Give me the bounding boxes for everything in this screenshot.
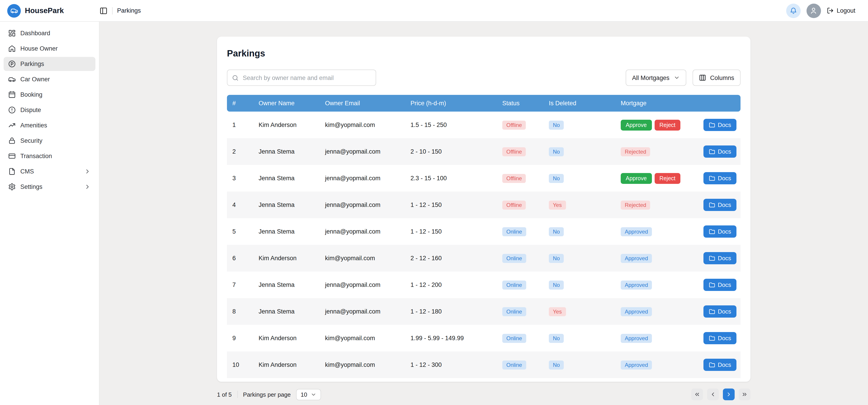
approve-button[interactable]: Approve bbox=[621, 120, 652, 130]
folder-icon bbox=[709, 122, 715, 128]
first-page-button[interactable] bbox=[691, 389, 703, 400]
docs-button[interactable]: Docs bbox=[703, 226, 737, 238]
cell-owner-name: Jenna Stema bbox=[253, 281, 320, 288]
status-badge: Online bbox=[502, 227, 526, 236]
sidebar-nav: DashboardHouse OwnerParkingsCar OwnerBoo… bbox=[0, 26, 99, 194]
status-badge-cell: Online bbox=[497, 360, 544, 369]
status-badge: Online bbox=[502, 360, 526, 369]
sidebar-item-parkings[interactable]: Parkings bbox=[4, 57, 95, 71]
cell-owner-email: jenna@yopmail.com bbox=[320, 148, 405, 155]
cell-number: 10 bbox=[227, 362, 253, 368]
reject-button[interactable]: Reject bbox=[654, 173, 680, 183]
docs-button[interactable]: Docs bbox=[703, 279, 737, 291]
docs-button[interactable]: Docs bbox=[703, 359, 737, 371]
user-icon bbox=[810, 7, 817, 14]
mortgage-cell: Approved bbox=[615, 280, 700, 289]
column-header: Mortgage bbox=[615, 100, 700, 107]
table-row: 10Kim Andersonkim@yopmail.com1 - 12 - 30… bbox=[227, 351, 741, 378]
cell-owner-email: jenna@yopmail.com bbox=[320, 228, 405, 235]
cell-owner-email: kim@yopmail.com bbox=[320, 335, 405, 341]
columns-button[interactable]: Columns bbox=[692, 70, 741, 86]
mortgage-cell: ApproveReject bbox=[615, 120, 700, 130]
cell-number: 7 bbox=[227, 281, 253, 288]
avatar[interactable] bbox=[806, 3, 821, 18]
sidebar-item-label: Security bbox=[20, 137, 91, 144]
docs-cell: Docs bbox=[700, 359, 741, 371]
table-row: 9Kim Andersonkim@yopmail.com1.99 - 5.99 … bbox=[227, 325, 741, 351]
cell-price: 1 - 12 - 150 bbox=[405, 228, 497, 235]
sidebar-item-security[interactable]: Security bbox=[4, 134, 95, 148]
docs-button[interactable]: Docs bbox=[703, 199, 737, 211]
docs-button[interactable]: Docs bbox=[703, 332, 737, 344]
sidebar-item-dispute[interactable]: Dispute bbox=[4, 103, 95, 117]
next-page-button[interactable] bbox=[723, 389, 735, 400]
status-badge-cell: Offline bbox=[497, 200, 544, 209]
sidebar-toggle-button[interactable] bbox=[99, 6, 107, 15]
cell-owner-email: jenna@yopmail.com bbox=[320, 281, 405, 288]
sidebar-item-settings[interactable]: Settings bbox=[4, 180, 95, 194]
mortgage-cell: Rejected bbox=[615, 200, 700, 209]
per-page-select[interactable]: 10 bbox=[296, 389, 321, 400]
chevron-left-icon bbox=[710, 391, 716, 398]
mortgage-status-badge: Approved bbox=[621, 280, 652, 289]
docs-button[interactable]: Docs bbox=[703, 305, 737, 317]
is-deleted-badge-cell: No bbox=[544, 121, 615, 129]
cell-owner-name: Jenna Stema bbox=[253, 201, 320, 208]
cell-owner-name: Jenna Stema bbox=[253, 308, 320, 315]
cell-price: 2 - 12 - 160 bbox=[405, 255, 497, 262]
mortgage-cell: Approved bbox=[615, 360, 700, 369]
docs-button[interactable]: Docs bbox=[703, 119, 737, 131]
sidebar-item-cms[interactable]: CMS bbox=[4, 164, 95, 178]
cell-owner-email: kim@yopmail.com bbox=[320, 122, 405, 128]
logout-button[interactable]: Logout bbox=[827, 7, 855, 14]
table-row: 6Kim Andersonkim@yopmail.com2 - 12 - 160… bbox=[227, 245, 741, 271]
sidebar-item-transaction[interactable]: Transaction bbox=[4, 149, 95, 163]
status-badge-cell: Online bbox=[497, 227, 544, 236]
mortgage-filter-select[interactable]: All Mortgages bbox=[626, 70, 686, 86]
table-row: 8Jenna Stemajenna@yopmail.com1 - 12 - 18… bbox=[227, 298, 741, 325]
docs-button[interactable]: Docs bbox=[703, 252, 737, 264]
docs-button[interactable]: Docs bbox=[703, 172, 737, 184]
column-header: Price (h-d-m) bbox=[405, 100, 497, 107]
table-row: 7Jenna Stemajenna@yopmail.com1 - 12 - 20… bbox=[227, 271, 741, 298]
folder-icon bbox=[709, 148, 715, 155]
cell-price: 2.3 - 15 - 100 bbox=[405, 175, 497, 181]
page-indicator: 1 of 5 bbox=[217, 391, 232, 398]
docs-button[interactable]: Docs bbox=[703, 145, 737, 158]
cell-number: 4 bbox=[227, 201, 253, 208]
mortgage-filter-value: All Mortgages bbox=[632, 74, 669, 81]
mortgage-status-badge: Approved bbox=[621, 334, 652, 343]
sidebar-item-car-owner[interactable]: Car Owner bbox=[4, 72, 95, 86]
previous-page-button[interactable] bbox=[707, 389, 719, 400]
sidebar-item-booking[interactable]: Booking bbox=[4, 88, 95, 102]
sidebar-item-amenities[interactable]: Amenities bbox=[4, 119, 95, 132]
car-logo-icon bbox=[10, 7, 18, 14]
reject-button[interactable]: Reject bbox=[654, 120, 680, 130]
mortgage-status-badge: Approved bbox=[621, 360, 652, 369]
status-badge-cell: Offline bbox=[497, 147, 544, 156]
approve-button[interactable]: Approve bbox=[621, 173, 652, 183]
column-header: Owner Name bbox=[253, 100, 320, 107]
pagination-bar: 1 of 5 Parkings per page 10 bbox=[217, 389, 750, 400]
sidebar-item-house-owner[interactable]: House Owner bbox=[4, 41, 95, 56]
table-row: 3Jenna Stemajenna@yopmail.com2.3 - 15 - … bbox=[227, 165, 741, 192]
is-deleted-badge: No bbox=[549, 360, 564, 369]
last-page-button[interactable] bbox=[739, 389, 750, 400]
table-header-row: #Owner NameOwner EmailPrice (h-d-m)Statu… bbox=[227, 95, 741, 111]
docs-label: Docs bbox=[718, 122, 731, 128]
search-input[interactable] bbox=[227, 70, 376, 86]
sidebar-item-dashboard[interactable]: Dashboard bbox=[4, 26, 95, 40]
status-badge: Online bbox=[502, 307, 526, 316]
folder-icon bbox=[709, 202, 715, 208]
cell-owner-name: Kim Anderson bbox=[253, 335, 320, 341]
is-deleted-badge-cell: No bbox=[544, 147, 615, 156]
cell-price: 1 - 12 - 180 bbox=[405, 308, 497, 315]
status-badge: Offline bbox=[502, 200, 526, 209]
docs-label: Docs bbox=[718, 308, 731, 315]
pagination-info: 1 of 5 Parkings per page 10 bbox=[217, 389, 321, 400]
divider bbox=[112, 7, 113, 14]
page-title: Parkings bbox=[227, 48, 741, 59]
notifications-button[interactable] bbox=[786, 3, 800, 18]
file-icon bbox=[8, 168, 16, 175]
is-deleted-badge-cell: No bbox=[544, 254, 615, 263]
